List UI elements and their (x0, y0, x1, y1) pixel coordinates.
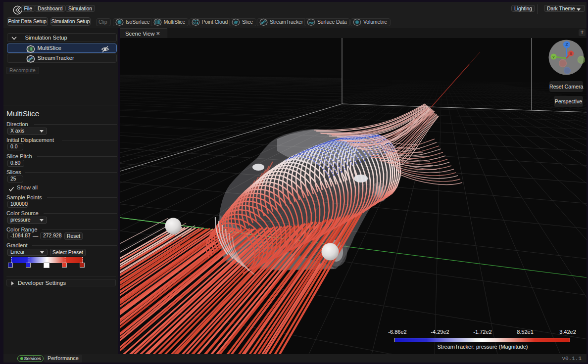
svg-text:Z: Z (565, 42, 568, 47)
svg-text:X: X (570, 51, 573, 56)
svg-text:Y: Y (552, 55, 555, 59)
